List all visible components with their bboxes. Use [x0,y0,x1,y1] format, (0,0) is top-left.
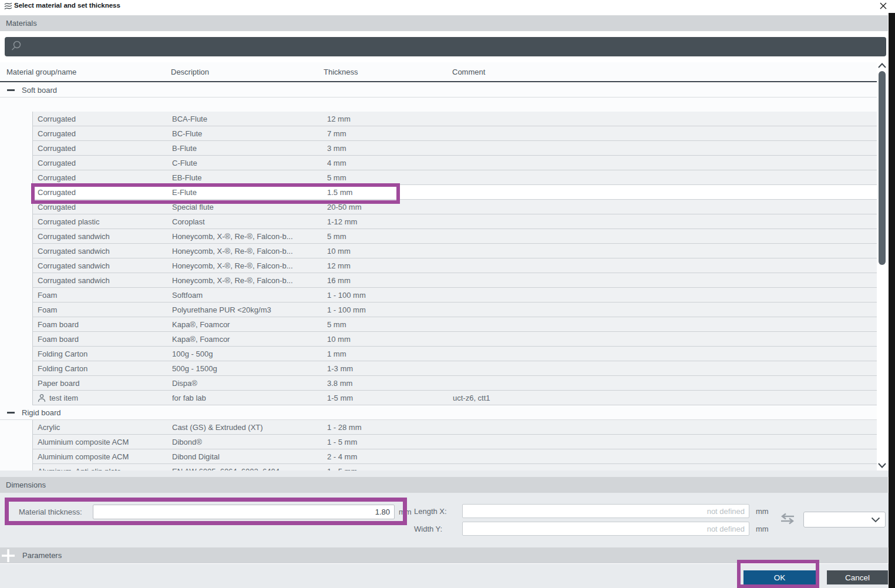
cell-name: Corrugated [38,159,172,167]
length-x-input[interactable] [462,504,749,518]
user-icon [38,394,46,402]
material-row[interactable]: CorrugatedSpecial flute20-50 mm [32,200,877,214]
material-row[interactable]: Corrugated sandwichHoneycomb, X-®, Re-®,… [32,258,877,273]
column-material-group[interactable]: Material group/name [6,68,171,76]
material-row[interactable]: CorrugatedC-Flute4 mm [32,156,877,170]
cell-name: Paper board [38,379,172,388]
material-row[interactable]: Aluminium composite ACMDibond®1 - 5 mm [32,435,877,449]
column-description[interactable]: Description [171,68,324,76]
material-row[interactable]: FoamPolyurethane PUR <20kg/m31 - 100 mm [32,303,877,317]
material-row[interactable]: Corrugated sandwichHoneycomb, X-®, Re-®,… [32,244,877,258]
cell-thickness: 10 mm [327,335,453,344]
cell-thickness: 1.5 mm [327,188,453,197]
material-row[interactable]: Paper boardDispa®3.8 mm [32,376,877,391]
cell-thickness: 1 - 100 mm [327,291,453,300]
width-y-label: Width Y: [414,525,442,533]
material-row[interactable]: Corrugated sandwichHoneycomb, X-®, Re-®,… [32,229,877,244]
cancel-button-label: Cancel [845,573,870,582]
material-row[interactable]: Corrugated sandwichHoneycomb, X-®, Re-®,… [32,273,877,288]
material-row[interactable]: Foam boardKapa®, Foamcor5 mm [32,317,877,332]
cell-description: Softfoam [172,291,327,300]
material-row[interactable]: Folding Carton100g - 500g1 mm [32,347,877,361]
cell-name: Corrugated [38,173,172,182]
materials-section-header: Materials [0,15,888,31]
cell-description: C-Flute [172,159,327,167]
material-row[interactable]: Foam boardKapa®, Foamcor10 mm [32,332,877,347]
cell-name: Folding Carton [38,350,172,358]
material-row[interactable]: CorrugatedBC-Flute7 mm [32,126,877,141]
cell-description: Honeycomb, X-®, Re-®, Falcon-b... [172,261,327,270]
material-row[interactable]: CorrugatedE-Flute1.5 mm [32,185,877,200]
cell-description: 500g - 1500g [172,364,327,373]
title-bar: Select material and set thickness [0,0,895,13]
material-row[interactable]: FoamSoftfoam1 - 100 mm [32,288,877,303]
scroll-up-icon[interactable] [877,60,887,70]
cell-name: Acrylic [38,423,172,432]
scrollbar-thumb[interactable] [879,71,886,265]
cancel-button[interactable]: Cancel [827,570,888,584]
cell-thickness: 1 - 28 mm [327,423,453,432]
material-row[interactable]: Folding Carton500g - 1500g1-3 mm [32,361,877,376]
cell-name: Corrugated [38,144,172,153]
cell-description: Cast (GS) & Extruded (XT) [172,423,327,432]
materials-section-label: Materials [0,19,37,28]
collapse-icon[interactable] [7,412,15,414]
material-group-row[interactable]: Soft board [0,83,877,98]
dimensions-area [0,493,889,547]
material-row[interactable]: Corrugated plasticCoroplast1-12 mm [32,214,877,229]
column-thickness[interactable]: Thickness [324,68,452,76]
material-thickness-input[interactable] [93,505,395,519]
cell-name: Foam board [38,320,172,329]
dimensions-section-header: Dimensions [0,477,888,493]
cell-thickness: 1-3 mm [327,364,453,373]
width-y-input[interactable] [462,522,749,536]
divider-band [0,471,889,477]
cell-description: E-Flute [172,188,327,197]
cell-description: Coroplast [172,217,327,226]
cell-description: Honeycomb, X-®, Re-®, Falcon-b... [172,232,327,241]
cell-name: Corrugated [38,203,172,211]
ok-button-label: OK [774,573,786,582]
material-row[interactable]: CorrugatedB-Flute3 mm [32,141,877,156]
cell-thickness: 1 mm [327,350,453,358]
cell-name: Corrugated [38,129,172,138]
unit-dropdown[interactable] [803,512,886,527]
search-icon [9,39,22,55]
cell-description: Polyurethane PUR <20kg/m3 [172,305,327,314]
ok-button[interactable]: OK [743,570,816,584]
scroll-down-icon[interactable] [877,460,887,471]
cell-description: B-Flute [172,144,327,153]
swap-xy-icon[interactable] [780,512,795,527]
column-comment[interactable]: Comment [452,68,877,76]
cell-name: Folding Carton [38,364,172,373]
table-body: Soft boardCorrugatedBCA-Flute12 mmCorrug… [0,83,877,471]
cell-name: Foam [38,291,172,300]
cell-name: Corrugated plastic [38,217,172,226]
expand-parameters-icon[interactable] [1,549,15,565]
chevron-down-icon [871,517,880,523]
material-row[interactable]: CorrugatedEB-Flute5 mm [32,170,877,185]
cell-name: Corrugated sandwich [38,276,172,285]
cell-description: 100g - 500g [172,350,327,358]
length-x-label: Length X: [414,507,447,516]
cell-thickness: 12 mm [327,261,453,270]
material-row[interactable]: test itemfor fab lab1-5 mmuct-z6, ctt1 [32,391,877,405]
cell-thickness: 16 mm [327,276,453,285]
material-group-row[interactable]: Rigid board [0,405,877,420]
cell-thickness: 2 - 4 mm [327,452,453,461]
material-row[interactable]: AcrylicCast (GS) & Extruded (XT)1 - 28 m… [32,420,877,435]
cell-description: Dibond® [172,438,327,446]
cell-description: Dibond Digital [172,452,327,461]
cell-description: for fab lab [172,394,327,402]
group-spacer [0,98,877,112]
background-window-edge [889,13,895,588]
search-input[interactable] [22,37,886,56]
material-row[interactable]: Aluminum, Anti-slip plateEN AW-6005, 606… [32,464,877,471]
close-icon[interactable] [876,0,890,12]
material-row[interactable]: Aluminium composite ACMDibond Digital2 -… [32,449,877,464]
search-bar[interactable] [5,37,886,56]
cell-thickness: 5 mm [327,320,453,329]
cell-name: Aluminium composite ACM [38,438,172,446]
material-row[interactable]: CorrugatedBCA-Flute12 mm [32,112,877,126]
collapse-icon[interactable] [7,89,15,91]
